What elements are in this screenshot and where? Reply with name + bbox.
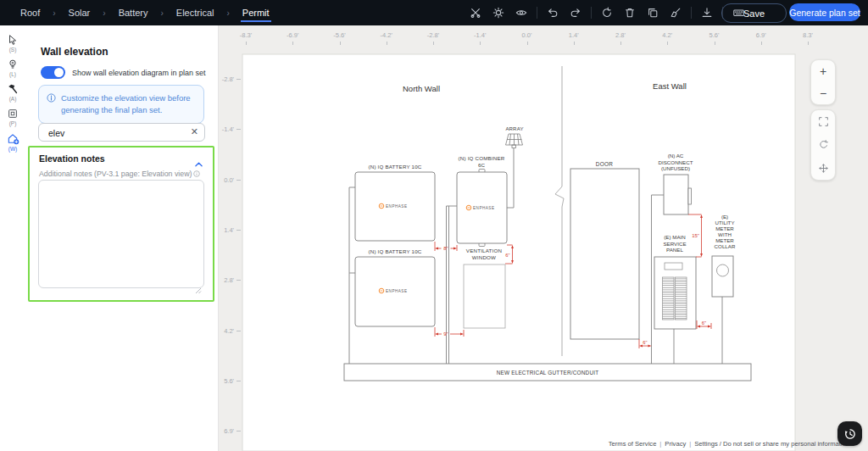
svg-text:9": 9" [443, 331, 448, 337]
visibility-eye-icon[interactable] [514, 5, 529, 20]
toolbar [468, 0, 746, 25]
chevron-right-icon: › [103, 8, 105, 18]
meter-label-line3: METER [715, 226, 734, 231]
terms-link[interactable]: Terms of Service [609, 440, 657, 448]
panel-tool-button[interactable]: (P) [7, 108, 19, 126]
duplicate-icon[interactable] [645, 5, 660, 20]
info-text-line2: generating the final plan set. [61, 105, 162, 114]
info-circle-icon [193, 170, 200, 179]
pan-button[interactable] [812, 158, 834, 178]
show-elevation-toggle[interactable] [41, 66, 65, 79]
view-controls [810, 109, 836, 181]
ac-label-line3: (UNFUSED) [661, 165, 690, 171]
download-icon[interactable] [699, 5, 715, 20]
door[interactable]: DOOR [570, 161, 639, 339]
meter-label-line5: METER [715, 237, 734, 243]
settings-gear-icon[interactable] [491, 5, 506, 20]
array-label: ARRAY [505, 126, 523, 131]
wall-elevation-panel: Wall elevation Show wall elevation diagr… [25, 25, 219, 451]
tab-electrical[interactable]: Electrical [175, 4, 216, 21]
legal-footer: Terms of Service|Privacy|Settings / Do n… [609, 440, 849, 448]
east-wall-title: East Wall [653, 81, 687, 91]
svg-text:6": 6" [643, 340, 647, 345]
ac-label-line2: DISCONNECT [659, 159, 693, 165]
lightbulb-tool-button[interactable]: (L) [7, 58, 19, 77]
search-box: ✕ [38, 123, 205, 142]
chevron-up-icon[interactable] [195, 155, 203, 170]
generate-plan-set-button[interactable]: Generate plan set [789, 3, 860, 21]
svg-text:6": 6" [505, 253, 509, 258]
gutter-label: NEW ELECTRICAL GUTTER/CONDUIT [497, 370, 599, 376]
hammer-icon [7, 83, 19, 95]
elevation-notes-textarea[interactable] [38, 180, 204, 288]
top-bar: Roof › Solar › Battery › Electrical › Pe… [0, 0, 868, 25]
info-text-line1: Customize the elevation view before [61, 93, 191, 103]
panel-title: Wall elevation [41, 46, 108, 58]
tab-permit[interactable]: Permit [241, 4, 271, 22]
door-label: DOOR [596, 161, 613, 167]
panel-square-icon [7, 108, 19, 120]
tab-battery[interactable]: Battery [117, 4, 150, 21]
svg-text:8": 8" [443, 246, 448, 251]
redo-icon[interactable] [568, 5, 583, 20]
elevation-notes-header: Elevation notes [39, 153, 105, 164]
select-tool-button[interactable]: (S) [7, 34, 19, 53]
zoom-controls: + − [810, 59, 836, 105]
msp-label-line1: (E) MAIN [664, 234, 685, 240]
iq-battery-2[interactable]: (N) IQ BATTERY 10C ENPHASE [355, 248, 435, 326]
chevron-right-icon: › [53, 8, 55, 18]
cursor-icon [7, 34, 19, 46]
clear-search-icon[interactable]: ✕ [191, 126, 198, 137]
toolbar-divider [591, 7, 592, 19]
ac-disconnect[interactable]: (N) AC DISCONNECT (UNFUSED) [659, 153, 693, 214]
search-input[interactable] [47, 125, 186, 142]
svg-text:6": 6" [702, 320, 706, 326]
chevron-right-icon: › [226, 8, 229, 18]
tab-solar[interactable]: Solar [67, 4, 92, 21]
save-button[interactable]: Save [721, 3, 787, 23]
iq-battery-1[interactable]: (N) IQ BATTERY 10C ENPHASE [355, 164, 435, 241]
history-button[interactable] [837, 421, 862, 446]
toggle-knob [54, 68, 64, 77]
shortcut-label: (L) [9, 71, 16, 77]
toolbar-divider [691, 7, 692, 19]
combiner-label-line2: 6C [478, 162, 485, 168]
vent-label-line1: VENTILATION [466, 248, 502, 253]
footer-separator: | [659, 440, 661, 448]
cleanup-brush-icon[interactable] [668, 5, 683, 20]
north-wall-title: North Wall [403, 84, 440, 93]
privacy-link[interactable]: Privacy [665, 440, 686, 448]
rotate-icon[interactable] [599, 5, 615, 20]
toggle-label: Show wall elevation diagram in plan set [72, 69, 206, 77]
svg-text:ENPHASE: ENPHASE [473, 206, 494, 210]
wall-tool-button[interactable]: (W) [7, 132, 19, 152]
info-icon [47, 93, 56, 106]
annotate-tool-button[interactable]: (A) [7, 83, 19, 102]
msp-label-line3: PANEL [666, 247, 683, 253]
svg-text:15": 15" [692, 233, 699, 238]
toolbar-divider [537, 7, 537, 19]
footer-separator: | [689, 440, 691, 448]
settings-link[interactable]: Settings / Do not sell or share my perso… [694, 440, 849, 448]
electrical-gutter[interactable]: NEW ELECTRICAL GUTTER/CONDUIT [344, 364, 751, 381]
elevation-diagram[interactable]: North Wall East Wall NEW ELECTRICAL G [218, 25, 868, 451]
cut-icon[interactable] [468, 5, 483, 20]
undo-icon[interactable] [545, 5, 560, 20]
additional-notes-label: Additional notes (PV-3.1 page: Elevation… [39, 170, 200, 179]
tool-strip: (S) (L) (A) (P) (W) [0, 25, 26, 451]
shortcut-label: (S) [9, 47, 17, 53]
zoom-out-button[interactable]: − [812, 83, 834, 103]
battery2-label: (N) IQ BATTERY 10C [368, 248, 421, 254]
trash-icon[interactable] [622, 5, 637, 20]
design-canvas[interactable]: -8.3'-6.9'-5.6'-4.2'-2.8'-1.4'0.0'1.4'2.… [218, 25, 868, 451]
elevation-notes-section: Elevation notes Additional notes (PV-3.1… [28, 146, 214, 302]
combiner-label-line1: (N) IQ COMBINER [459, 155, 505, 161]
shortcut-label: (A) [9, 96, 17, 102]
lightbulb-icon [7, 58, 19, 70]
zoom-in-button[interactable]: + [812, 61, 834, 81]
orbit-button[interactable] [812, 135, 834, 155]
breadcrumb: Roof › Solar › Battery › Electrical › Pe… [0, 4, 271, 22]
fit-view-button[interactable] [812, 112, 834, 132]
meter-label-line2: UTILITY [715, 220, 734, 226]
tab-roof[interactable]: Roof [19, 4, 42, 21]
